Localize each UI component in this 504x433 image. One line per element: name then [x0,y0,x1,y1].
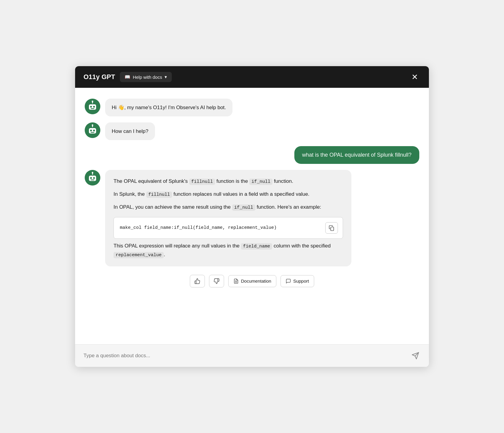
bot-para-2: In Splunk, the fillnull function replace… [114,190,343,199]
support-icon [286,278,291,284]
thumbs-up-icon [194,278,200,284]
close-button[interactable]: ✕ [409,72,421,82]
code-block-text: make_col field_name:if_null(field_name, … [120,224,277,232]
bot-para-4: This OPAL expression will replace any nu… [114,242,343,259]
bot-para-1: The OPAL equivalent of Splunk's fillnull… [114,177,343,186]
replacement-value-code: replacement_value [114,252,164,258]
support-button[interactable]: Support [281,275,314,287]
svg-point-12 [93,130,95,131]
fillnull-code-1: fillnull [189,179,215,185]
bot-bubble-rich: The OPAL equivalent of Splunk's fillnull… [105,170,351,266]
user-bubble-1: what is the OPAL equivalent of Splunk fi… [294,146,419,164]
mode-button[interactable]: 📖 Help with docs ▾ [120,72,172,82]
bot-avatar-icon-3 [86,171,99,184]
header-left: O11y GPT 📖 Help with docs ▾ [83,72,172,82]
bot-bubble-1: Hi 👋, my name's O11y! I'm Observe's AI h… [105,99,232,116]
documentation-label: Documentation [241,278,271,284]
thumbs-down-icon [214,278,220,284]
svg-point-18 [90,177,92,179]
thumbs-up-button[interactable] [190,275,205,287]
bot-para-3: In OPAL, you can achieve the same result… [114,203,343,212]
user-message-1: what is the OPAL equivalent of Splunk fi… [85,146,419,164]
chat-input[interactable] [83,353,406,359]
chevron-down-icon: ▾ [165,74,167,80]
documentation-button[interactable]: Documentation [228,275,276,287]
svg-rect-13 [91,132,94,133]
send-button[interactable] [410,351,421,361]
code-block: make_col field_name:if_null(field_name, … [114,217,343,239]
messages-area: Hi 👋, my name's O11y! I'm Observe's AI h… [75,88,429,344]
svg-point-19 [93,177,95,179]
book-icon: 📖 [125,74,130,80]
close-icon: ✕ [411,72,418,81]
bot-message-3: The OPAL equivalent of Splunk's fillnull… [85,170,419,266]
fillnull-code-2: fillnull [146,192,172,198]
bot-avatar-1 [85,99,100,114]
bot-avatar-icon [86,100,99,113]
bot-avatar-icon-2 [86,124,99,137]
app-name: O11y GPT [83,73,115,81]
feedback-row: Documentation Support [85,275,419,290]
svg-rect-6 [91,108,94,109]
svg-rect-20 [91,180,94,180]
svg-point-11 [90,130,92,131]
svg-point-5 [93,106,95,108]
mode-label: Help with docs [133,75,162,80]
thumbs-down-button[interactable] [209,275,224,287]
field-name-code: field_name [241,243,272,250]
copy-button[interactable] [325,222,338,234]
if-null-code-1: if_null [249,179,272,185]
bot-message-2: How can I help? [85,122,419,140]
svg-point-9 [92,124,93,126]
svg-point-2 [92,101,93,102]
support-label: Support [293,278,309,284]
chat-input-area [75,344,429,367]
bot-message-1: Hi 👋, my name's O11y! I'm Observe's AI h… [85,99,419,116]
svg-rect-21 [331,227,334,231]
svg-point-4 [90,106,92,108]
documentation-icon [233,278,239,284]
send-icon [411,352,419,360]
copy-icon [329,225,335,231]
bot-avatar-3 [85,170,100,186]
if-null-code-2: if_null [232,204,255,211]
bot-bubble-2: How can I help? [105,122,155,140]
bot-avatar-2 [85,122,100,138]
chat-header: O11y GPT 📖 Help with docs ▾ ✕ [75,66,429,88]
svg-point-16 [92,172,93,174]
chat-window: O11y GPT 📖 Help with docs ▾ ✕ [75,66,429,367]
